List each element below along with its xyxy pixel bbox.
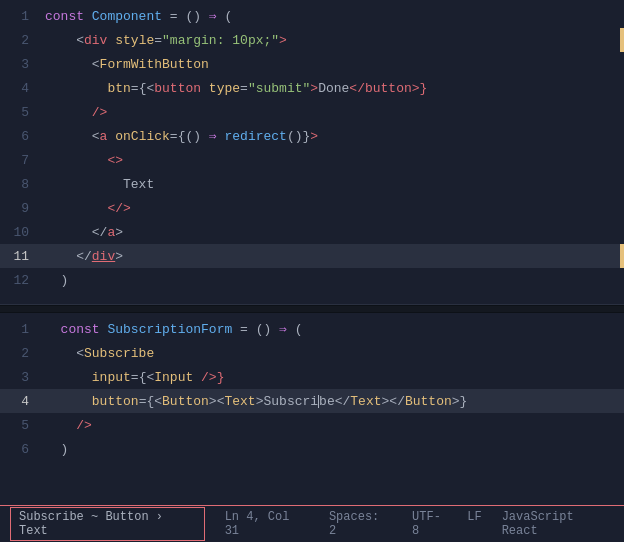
gutter-mark bbox=[620, 244, 624, 268]
line-number: 5 bbox=[0, 105, 45, 120]
status-bar: Subscribe ~ Button › Text Ln 4, Col 31 S… bbox=[0, 505, 624, 542]
line-content: input={<Input />} bbox=[45, 370, 624, 385]
line-content: <Subscribe bbox=[45, 346, 624, 361]
code-section-bottom: 1 const SubscriptionForm = () ⇒ ( 2 <Sub… bbox=[0, 313, 624, 505]
line-ending: LF bbox=[467, 510, 481, 538]
code-line: 6 <a onClick={() ⇒ redirect()}> bbox=[0, 124, 624, 148]
gutter-mark bbox=[620, 28, 624, 52]
code-line: 7 <> bbox=[0, 148, 624, 172]
line-number: 2 bbox=[0, 346, 45, 361]
line-number: 7 bbox=[0, 153, 45, 168]
line-content: Text bbox=[45, 177, 624, 192]
code-section-top: 1 const Component = () ⇒ ( 2 <div style=… bbox=[0, 0, 624, 305]
spaces-info: Spaces: 2 bbox=[329, 510, 392, 538]
code-line: 4 btn={<button type="submit">Done</butto… bbox=[0, 76, 624, 100]
code-line: 10 </a> bbox=[0, 220, 624, 244]
line-content: <FormWithButton bbox=[45, 57, 624, 72]
editor: 1 const Component = () ⇒ ( 2 <div style=… bbox=[0, 0, 624, 542]
section-divider bbox=[0, 305, 624, 313]
code-line: 5 /> bbox=[0, 413, 624, 437]
line-number: 12 bbox=[0, 273, 45, 288]
line-number: 9 bbox=[0, 201, 45, 216]
line-content: ) bbox=[45, 442, 624, 457]
code-block-bottom: 1 const SubscriptionForm = () ⇒ ( 2 <Sub… bbox=[0, 313, 624, 465]
line-content: const SubscriptionForm = () ⇒ ( bbox=[45, 321, 624, 337]
code-line: 9 </> bbox=[0, 196, 624, 220]
line-content: btn={<button type="submit">Done</button>… bbox=[45, 81, 624, 96]
code-line: 12 ) bbox=[0, 268, 624, 292]
code-line: 6 ) bbox=[0, 437, 624, 461]
code-line: 3 input={<Input />} bbox=[0, 365, 624, 389]
line-number: 5 bbox=[0, 418, 45, 433]
line-content: button={<Button><Text>Subscribe</Text></… bbox=[45, 394, 624, 409]
line-content: /> bbox=[45, 418, 624, 433]
line-number: 2 bbox=[0, 33, 45, 48]
line-number: 8 bbox=[0, 177, 45, 192]
breadcrumb[interactable]: Subscribe ~ Button › Text bbox=[10, 507, 205, 541]
line-content: <a onClick={() ⇒ redirect()}> bbox=[45, 128, 624, 144]
code-line: 3 <FormWithButton bbox=[0, 52, 624, 76]
code-line: 5 /> bbox=[0, 100, 624, 124]
line-content: </> bbox=[45, 201, 624, 216]
line-number: 6 bbox=[0, 442, 45, 457]
line-content: <div style="margin: 10px;"> bbox=[45, 33, 624, 48]
line-number: 1 bbox=[0, 322, 45, 337]
line-number: 3 bbox=[0, 57, 45, 72]
line-number: 10 bbox=[0, 225, 45, 240]
line-content: <> bbox=[45, 153, 624, 168]
code-line-cursor: 4 button={<Button><Text>Subscribe</Text>… bbox=[0, 389, 624, 413]
line-content: /> bbox=[45, 105, 624, 120]
code-line: 2 <div style="margin: 10px;"> bbox=[0, 28, 624, 52]
line-content: ) bbox=[45, 273, 624, 288]
line-number: 3 bbox=[0, 370, 45, 385]
code-line: 1 const SubscriptionForm = () ⇒ ( bbox=[0, 317, 624, 341]
code-line: 1 const Component = () ⇒ ( bbox=[0, 4, 624, 28]
language-mode: JavaScript React bbox=[502, 510, 614, 538]
code-line-highlighted: 11 </div> bbox=[0, 244, 624, 268]
encoding: UTF-8 bbox=[412, 510, 447, 538]
breadcrumb-text: Subscribe ~ Button › Text bbox=[19, 510, 163, 538]
line-content: </div> bbox=[45, 249, 624, 264]
cursor-position: Ln 4, Col 31 bbox=[225, 510, 309, 538]
line-number: 11 bbox=[0, 249, 45, 264]
line-number: 4 bbox=[0, 81, 45, 96]
code-line: 2 <Subscribe bbox=[0, 341, 624, 365]
line-number: 1 bbox=[0, 9, 45, 24]
line-number: 6 bbox=[0, 129, 45, 144]
line-content: const Component = () ⇒ ( bbox=[45, 8, 624, 24]
status-info: Ln 4, Col 31 Spaces: 2 UTF-8 LF JavaScri… bbox=[225, 510, 614, 538]
line-content: </a> bbox=[45, 225, 624, 240]
code-block-top: 1 const Component = () ⇒ ( 2 <div style=… bbox=[0, 0, 624, 296]
line-number: 4 bbox=[0, 394, 45, 409]
code-line: 8 Text bbox=[0, 172, 624, 196]
